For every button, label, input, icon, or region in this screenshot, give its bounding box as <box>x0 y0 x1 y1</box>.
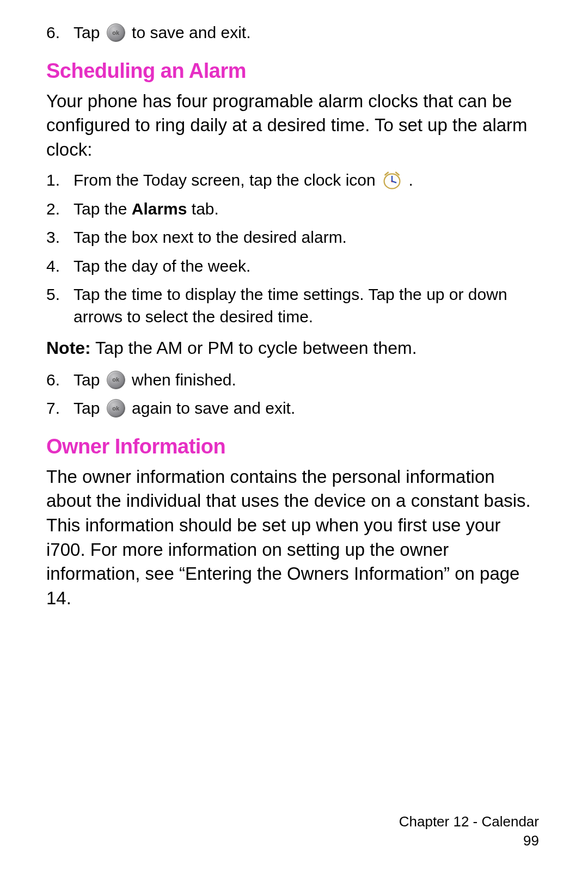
note-text: Tap the AM or PM to cycle between them. <box>91 338 417 358</box>
step-text-post: when finished. <box>132 371 236 389</box>
step-text-pre: From the Today screen, tap the clock ico… <box>74 171 380 189</box>
scheduling-step-5: 5. Tap the time to display the time sett… <box>46 284 542 328</box>
step-text-post: tab. <box>187 200 218 218</box>
scheduling-step-2: 2. Tap the Alarms tab. <box>46 198 542 220</box>
scheduling-step-7: 7. Tap ok again to save and exit. <box>46 397 542 420</box>
step-text: Tap the Alarms tab. <box>74 198 542 220</box>
step-text: Tap ok when finished. <box>74 369 542 391</box>
step-number: 7. <box>46 397 74 420</box>
step-number: 4. <box>46 255 74 278</box>
step-number: 3. <box>46 226 74 249</box>
scheduling-note: Note: Tap the AM or PM to cycle between … <box>46 336 542 360</box>
step-text: From the Today screen, tap the clock ico… <box>74 169 542 192</box>
page-number: 99 <box>399 831 539 850</box>
ok-icon: ok <box>107 23 125 42</box>
step-number: 2. <box>46 198 74 220</box>
scheduling-step-4: 4. Tap the day of the week. <box>46 255 542 278</box>
step-text-post: to save and exit. <box>132 23 250 41</box>
scheduling-steps-cont: 6. Tap ok when finished. 7. Tap ok again… <box>46 369 542 420</box>
scheduling-step-3: 3. Tap the box next to the desired alarm… <box>46 226 542 249</box>
step-text: Tap ok again to save and exit. <box>74 397 542 420</box>
heading-owner-information: Owner Information <box>46 433 542 461</box>
step-text-post: . <box>408 171 413 189</box>
ok-icon: ok <box>107 371 125 389</box>
heading-scheduling-alarm: Scheduling an Alarm <box>46 57 542 85</box>
scheduling-step-6: 6. Tap ok when finished. <box>46 369 542 391</box>
step-text: Tap ok to save and exit. <box>74 22 542 44</box>
step-text-pre: Tap <box>74 399 105 417</box>
step-number: 1. <box>46 169 74 192</box>
step-text: Tap the time to display the time setting… <box>74 284 542 328</box>
step-text: Tap the day of the week. <box>74 255 542 278</box>
scheduling-step-1: 1. From the Today screen, tap the clock … <box>46 169 542 192</box>
scheduling-intro: Your phone has four programable alarm cl… <box>46 89 542 162</box>
alarms-bold: Alarms <box>132 200 187 218</box>
step-text-pre: Tap <box>74 23 105 41</box>
step-text: Tap the box next to the desired alarm. <box>74 226 542 249</box>
clock-icon <box>382 171 402 191</box>
chapter-label: Chapter 12 - Calendar <box>399 812 539 831</box>
step-text-pre: Tap the <box>74 200 132 218</box>
scheduling-steps: 1. From the Today screen, tap the clock … <box>46 169 542 328</box>
step-number: 6. <box>46 22 74 44</box>
prev-section-step-6: 6. Tap ok to save and exit. <box>46 22 542 44</box>
step-text-pre: Tap <box>74 371 105 389</box>
note-label: Note: <box>46 338 91 358</box>
page-footer: Chapter 12 - Calendar 99 <box>399 812 539 850</box>
ok-icon: ok <box>107 399 125 418</box>
step-number: 5. <box>46 284 74 328</box>
step-text-post: again to save and exit. <box>132 399 295 417</box>
step-number: 6. <box>46 369 74 391</box>
owner-info-body: The owner information contains the perso… <box>46 465 542 610</box>
